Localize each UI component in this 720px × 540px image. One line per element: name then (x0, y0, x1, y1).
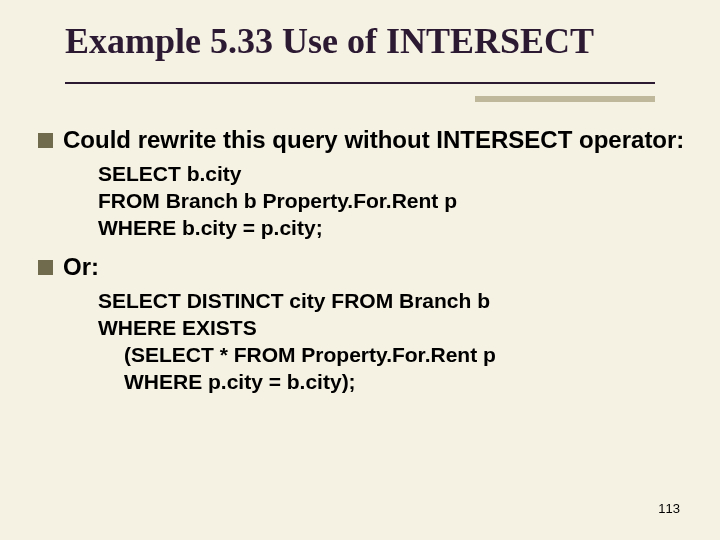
square-bullet-icon (38, 133, 53, 148)
code-block: SELECT b.city FROM Branch b Property.For… (98, 161, 690, 242)
slide-body: Could rewrite this query without INTERSE… (38, 126, 690, 408)
square-bullet-icon (38, 260, 53, 275)
code-block: SELECT DISTINCT city FROM Branch b WHERE… (98, 288, 690, 396)
code-line: SELECT b.city (98, 161, 690, 188)
bullet-text: Or: (63, 253, 99, 282)
code-line: SELECT DISTINCT city FROM Branch b (98, 288, 690, 315)
title-underline-dark (65, 82, 655, 84)
slide-title: Example 5.33 Use of INTERSECT (65, 20, 680, 62)
code-line: WHERE b.city = p.city; (98, 215, 690, 242)
slide: Example 5.33 Use of INTERSECT Could rewr… (0, 0, 720, 540)
code-line: WHERE p.city = b.city); (98, 369, 690, 396)
code-line: FROM Branch b Property.For.Rent p (98, 188, 690, 215)
title-underline-light (475, 96, 655, 102)
bullet-item: Could rewrite this query without INTERSE… (38, 126, 690, 155)
bullet-item: Or: (38, 253, 690, 282)
code-line: (SELECT * FROM Property.For.Rent p (98, 342, 690, 369)
page-number: 113 (658, 501, 680, 516)
bullet-text: Could rewrite this query without INTERSE… (63, 126, 684, 155)
code-line: WHERE EXISTS (98, 315, 690, 342)
